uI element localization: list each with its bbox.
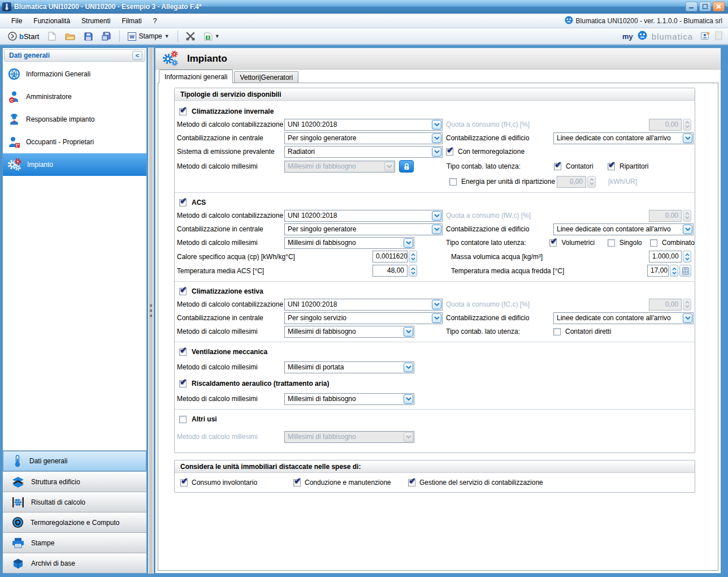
menu-help[interactable]: ? xyxy=(148,15,163,27)
chevron-down-icon[interactable] xyxy=(432,120,441,130)
climatizzazione-estiva-checkbox[interactable] xyxy=(179,288,187,295)
save-button[interactable] xyxy=(81,31,96,42)
gestione-servizio-checkbox[interactable] xyxy=(408,479,415,486)
millesimi-dropdown-disabled: Millesimi di fabbisogno xyxy=(284,431,414,443)
metodo-calcolo-dropdown[interactable]: UNI 10200:2018 xyxy=(284,210,443,222)
sistema-emissione-dropdown[interactable]: Radiatori xyxy=(284,146,443,158)
chevron-down-icon[interactable] xyxy=(404,363,413,372)
splitter-grip xyxy=(150,304,152,307)
splitter-grip xyxy=(150,315,152,317)
nav-dati-generali[interactable]: Dati generali xyxy=(3,451,146,471)
user-profile-button[interactable] xyxy=(701,31,710,42)
bstart-button[interactable]: bStart xyxy=(5,30,42,42)
volumetrici-checkbox[interactable] xyxy=(549,239,557,247)
con-termoregolazione-checkbox[interactable] xyxy=(446,148,453,156)
chevron-down-icon[interactable] xyxy=(432,313,441,323)
spinner-buttons[interactable] xyxy=(683,251,691,262)
conduzione-manutenzione-checkbox[interactable] xyxy=(293,479,301,486)
contabilizzazione-edificio-dropdown[interactable]: Linee dedicate con contatore all'arrivo xyxy=(553,132,694,144)
maximize-button[interactable] xyxy=(699,2,711,11)
panel-splitter[interactable] xyxy=(147,48,155,574)
combinato-checkbox[interactable] xyxy=(650,239,657,247)
ventilazione-meccanica-checkbox[interactable] xyxy=(179,348,187,356)
metodo-calcolo-dropdown[interactable]: UNI 10200:2018 xyxy=(284,119,443,131)
chevron-down-icon[interactable] xyxy=(404,327,413,337)
tools-button[interactable] xyxy=(183,30,198,42)
nav-struttura-edificio[interactable]: Struttura edificio xyxy=(3,471,146,492)
sidebar-collapse-button[interactable]: < xyxy=(132,51,142,60)
quota-consumo-spinner: 0,00 xyxy=(649,119,691,131)
temperatura-fredda-spinner[interactable]: 17,00 xyxy=(647,265,691,277)
sidebar-item-label: Informazioni Generali xyxy=(26,70,90,78)
stampe-button[interactable]: W Stampe ▼ xyxy=(124,31,172,42)
tab-vettori-generatori[interactable]: Vettori|Generatori xyxy=(234,71,298,83)
excel-export-button[interactable]: X ▼ xyxy=(201,31,223,42)
chevron-down-icon[interactable] xyxy=(683,134,692,143)
millesimi-dropdown[interactable]: Millesimi di fabbisogno xyxy=(284,326,414,338)
section-title: Riscaldamento aeraulico (trattamento ari… xyxy=(192,380,329,387)
contatori-checkbox[interactable] xyxy=(554,163,561,170)
contabilizzazione-edificio-dropdown[interactable]: Linee dedicate con contatore all'arrivo xyxy=(553,312,694,324)
ripartitori-checkbox[interactable] xyxy=(608,163,615,170)
chevron-down-icon[interactable] xyxy=(683,225,692,234)
menu-file[interactable]: File xyxy=(6,15,28,27)
field-label: Contabilizzazione in centrale xyxy=(177,134,284,142)
millesimi-dropdown[interactable]: Millesimi di fabbisogno xyxy=(284,393,414,405)
conduzione-manutenzione-field: Conduzione e manutenzione xyxy=(293,479,408,486)
chevron-down-icon[interactable] xyxy=(432,211,441,221)
minimize-button[interactable] xyxy=(686,2,697,11)
chevron-down-icon[interactable] xyxy=(432,300,441,309)
consumo-involontario-checkbox[interactable] xyxy=(180,479,188,486)
chevron-down-icon[interactable] xyxy=(404,238,413,248)
spinner-buttons[interactable] xyxy=(409,251,417,262)
section-title: Altri usi xyxy=(192,415,217,423)
spinner-buttons[interactable] xyxy=(409,265,417,277)
riscaldamento-aeraulico-checkbox[interactable] xyxy=(179,380,187,387)
chevron-down-icon[interactable] xyxy=(432,225,441,234)
acs-checkbox[interactable] xyxy=(179,199,187,206)
massa-volumica-spinner[interactable]: 1.000,00 xyxy=(649,251,691,262)
sidebar-item-informazioni-generali[interactable]: Informazioni Generali xyxy=(3,63,146,85)
save-all-button[interactable] xyxy=(98,30,115,42)
thermostat-dial-icon xyxy=(12,516,24,528)
millesimi-dropdown[interactable]: Millesimi di fabbisogno xyxy=(284,237,414,249)
calore-specifico-spinner[interactable]: 0,0011620 xyxy=(372,251,417,262)
temperatura-acs-spinner[interactable]: 48,00 xyxy=(372,265,417,277)
nav-risultati-di-calcolo[interactable]: Risultati di calcolo xyxy=(3,492,146,512)
sidebar-item-responsabile-impianto[interactable]: Responsabile impianto xyxy=(3,108,146,131)
menu-filmati[interactable]: Filmati xyxy=(116,15,147,27)
open-button[interactable] xyxy=(62,31,79,42)
con-termoregolazione-field: Con termoregolazione xyxy=(446,148,553,156)
spinner-buttons[interactable] xyxy=(670,265,678,277)
menu-funzionalita[interactable]: Funzionalità xyxy=(28,15,76,27)
sidebar-item-impianto[interactable]: Impianto xyxy=(3,153,146,176)
calculator-button[interactable] xyxy=(679,265,691,277)
contabilizzazione-edificio-dropdown[interactable]: Linee dedicate con contatore all'arrivo xyxy=(553,223,694,235)
chevron-down-icon[interactable] xyxy=(432,134,441,143)
close-button[interactable] xyxy=(713,2,725,11)
sidebar-item-occupanti-proprietari[interactable]: Occupanti - Proprietari xyxy=(3,131,146,153)
lock-button[interactable] xyxy=(399,160,414,173)
nav-termoregolazione-e-computo[interactable]: Termoregolazione e Computo xyxy=(3,512,146,532)
tab-informazioni-generali[interactable]: Informazioni generali xyxy=(159,70,233,83)
nav-archivi-di-base[interactable]: Archivi di base xyxy=(3,553,146,573)
chevron-down-icon[interactable] xyxy=(404,394,413,404)
contatori-diretti-checkbox[interactable] xyxy=(553,328,561,335)
chevron-down-icon[interactable] xyxy=(432,147,441,157)
contabilizzazione-centrale-dropdown[interactable]: Per singolo generatore xyxy=(284,223,443,235)
millesimi-dropdown[interactable]: Millesimi di portata xyxy=(284,361,414,373)
energia-ripartizione-checkbox[interactable] xyxy=(449,178,457,186)
menu-strumenti[interactable]: Strumenti xyxy=(76,15,116,27)
nav-stampe[interactable]: Stampe xyxy=(3,532,146,553)
climatizzazione-invernale-checkbox[interactable] xyxy=(179,108,187,115)
field-label-disabled: Quota a consumo (fW,c) [%] xyxy=(446,212,553,219)
chevron-down-icon[interactable] xyxy=(683,313,692,323)
contabilizzazione-centrale-dropdown[interactable]: Per singolo generatore xyxy=(284,132,443,144)
sidebar-item-amministratore[interactable]: C Amministratore xyxy=(3,85,146,108)
metodo-calcolo-dropdown[interactable]: UNI 10200:2018 xyxy=(284,299,443,311)
altri-usi-checkbox[interactable] xyxy=(179,416,187,423)
new-file-button[interactable] xyxy=(45,30,59,42)
contabilizzazione-centrale-dropdown[interactable]: Per singolo servizio xyxy=(284,312,443,324)
field-label: Contabilizzazione di edificio xyxy=(446,225,553,233)
singolo-checkbox[interactable] xyxy=(608,239,615,247)
